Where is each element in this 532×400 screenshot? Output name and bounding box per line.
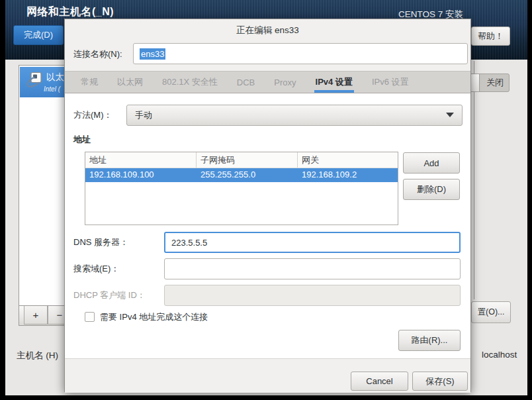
tab-general[interactable]: 常规 <box>79 72 99 93</box>
method-label: 方法(M)： <box>73 109 112 121</box>
save-button[interactable]: 保存(S) <box>412 372 468 391</box>
dropdown-arrow-icon <box>446 113 454 117</box>
address-table-row[interactable]: 192.168.109.100 255.255.255.0 192.168.10… <box>85 168 398 182</box>
configure-button[interactable]: 置(O)... <box>471 301 511 323</box>
cell-address: 192.168.109.100 <box>85 168 197 182</box>
device-subtitle: Intel ( <box>44 85 60 93</box>
edit-connection-dialog: 正在编辑 ens33 连接名称(N): ens33 常规 以太网 802.1X … <box>64 19 471 392</box>
tab-bar: 常规 以太网 802.1X 安全性 DCB Proxy IPv4 设置 IPv6… <box>65 71 470 93</box>
connection-name-input[interactable]: ens33 <box>133 43 468 64</box>
column-header-address[interactable]: 地址 <box>85 152 197 168</box>
page-title: 网络和主机名(_N) <box>26 5 114 19</box>
hostname-label: 主机名 (H) <box>17 350 58 362</box>
tab-ipv4-settings[interactable]: IPv4 设置 <box>314 72 354 93</box>
tab-proxy[interactable]: Proxy <box>273 72 297 93</box>
tab-ethernet[interactable]: 以太网 <box>116 72 144 93</box>
dialog-action-area: Cancel 保存(S) <box>65 359 470 393</box>
ethernet-icon <box>25 71 43 89</box>
dhcp-client-id-input <box>164 285 461 306</box>
hostname-value: localhost <box>482 350 517 360</box>
column-header-netmask[interactable]: 子网掩码 <box>197 152 298 168</box>
ipv4-settings-panel: 方法(M)： 手动 地址 地址 子网掩码 网关 192.168.109.100 … <box>65 93 470 359</box>
tab-8021x-security[interactable]: 802.1X 安全性 <box>161 72 219 93</box>
toggle-label: 关闭 <box>480 74 510 91</box>
config-panel-edge <box>474 61 474 299</box>
method-value: 手动 <box>135 109 152 121</box>
addresses-section-label: 地址 <box>73 134 91 146</box>
tab-ipv6-settings[interactable]: IPv6 设置 <box>371 72 410 93</box>
method-select[interactable]: 手动 <box>126 105 463 126</box>
done-button[interactable]: 完成(D) <box>13 25 64 45</box>
cell-netmask: 255.255.255.0 <box>197 168 298 182</box>
cell-gateway: 192.168.109.2 <box>298 168 398 182</box>
dns-servers-input[interactable] <box>164 232 461 253</box>
delete-address-button[interactable]: 删除(D) <box>403 179 460 200</box>
routes-button[interactable]: 路由(R)... <box>398 330 461 351</box>
device-enable-toggle[interactable]: 关闭 <box>467 74 510 92</box>
address-table[interactable]: 地址 子网掩码 网关 192.168.109.100 255.255.255.0… <box>85 152 398 225</box>
add-device-button[interactable]: + <box>24 306 48 325</box>
help-button[interactable]: 帮助！ <box>471 26 510 46</box>
require-ipv4-checkbox[interactable] <box>85 312 95 322</box>
add-address-button[interactable]: Add <box>403 152 460 174</box>
require-ipv4-checkbox-label: 需要 IPv4 地址完成这个连接 <box>100 311 208 323</box>
column-header-gateway[interactable]: 网关 <box>298 152 398 168</box>
tab-dcb[interactable]: DCB <box>236 72 256 93</box>
installer-window: 网络和主机名(_N) CENTOS 7 安装 完成(D) 帮助！ 以太网 Int… <box>5 0 527 395</box>
search-domains-label: 搜索域(E)： <box>73 263 119 275</box>
address-table-header: 地址 子网掩码 网关 <box>85 152 398 168</box>
connection-name-value: ens33 <box>140 48 165 60</box>
search-domains-input[interactable] <box>164 258 461 279</box>
connection-name-label: 连接名称(N): <box>73 48 122 60</box>
dhcp-client-id-label: DHCP 客户端 ID： <box>73 289 146 301</box>
cancel-button[interactable]: Cancel <box>351 372 408 391</box>
dns-servers-label: DNS 服务器： <box>73 236 128 248</box>
dialog-title: 正在编辑 ens33 <box>65 25 470 36</box>
